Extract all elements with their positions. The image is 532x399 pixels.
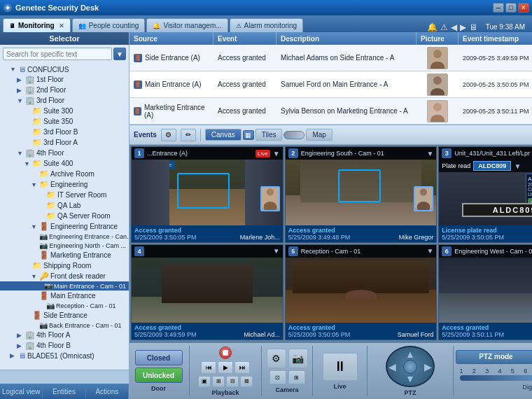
tree-item-qalab[interactable]: 📁 QA Lab [0,200,129,211]
search-input[interactable] [3,48,112,60]
ptz-mode-button[interactable]: PTZ mode [456,350,532,364]
camera-cell-6[interactable]: 6 Engineering West - Cam - 01 ▼ [438,244,532,341]
grid-1x1-button[interactable]: ▣ [198,376,211,387]
tiles-tab[interactable]: Tiles [255,129,283,141]
tree-item-receptioncam[interactable]: 📷 Reception - Cam - 01 [0,301,129,310]
live-indicator[interactable] [219,346,232,359]
screen-icon[interactable]: 🖥 [469,22,477,32]
grid-4x4-button[interactable]: ⊠ [240,376,253,387]
tree-item-engineering[interactable]: ▼ 📁 Engineering [0,179,129,190]
tab-close-icon[interactable]: ✕ [59,22,64,29]
prev-button[interactable]: ⏮ [201,361,216,374]
ptz-up-arrow[interactable]: ▲ [405,349,415,360]
minimize-button[interactable]: ─ [493,3,504,13]
camera-settings-button[interactable]: ⚙ [267,349,286,368]
cam-btn-1[interactable]: ⊡ [270,370,286,384]
camera-cell-2[interactable]: 2 Engineering South - Cam - 01 ▼ [285,146,438,243]
plate-number: ALDC809 [473,161,511,171]
cam-ctrl-icon[interactable]: ▼ [426,150,433,158]
play-button[interactable]: ▶ [218,361,233,374]
grid-2x2-button[interactable]: ⊞ [212,376,225,387]
door-unlocked-button[interactable]: Unlocked [135,368,183,383]
app-icon [3,3,13,13]
tree-item-suite300[interactable]: 📁 Suite 300 [0,106,129,116]
camera-snapshot-button[interactable]: 📷 [288,349,308,368]
sidebar-tab-entities[interactable]: Entities [43,384,85,399]
tree-item-4thfloor[interactable]: ▼ 🏢 4th Floor [0,148,129,158]
tree-item-backcam[interactable]: 📷 Back Entrance - Cam - 01 [0,321,129,330]
next-button[interactable]: ⏭ [234,361,250,374]
cam-ctrl-icon[interactable]: ▼ [273,247,280,255]
tree-item-3rdfloor[interactable]: ▼ 🏢 3rd Floor [0,95,129,106]
tree-item-4thfloora[interactable]: ▶ 🏢 4th Floor A [0,330,129,340]
tab-monitoring[interactable]: 🖥 Monitoring ✕ [3,18,71,32]
camera-cell-3[interactable]: 3 Unit_431/Unit_431 Left/Lpr Camera ▼ Pl… [438,146,532,243]
ptz-right-arrow[interactable]: ▶ [424,361,432,372]
tree-item-engcam2[interactable]: 📷 Engineering North - Cam ... [0,241,129,250]
tree-item-marketing[interactable]: 🚪 Marketing Entrance [0,250,129,260]
tree-item-mainentrance[interactable]: 🚪 Main Entrance [0,290,129,301]
zoom-slider[interactable] [460,375,533,381]
tree-item-3rdfloorb[interactable]: 📁 3rd Floor B [0,127,129,137]
camera-body-4 [132,258,283,323]
tree-item-engcam1[interactable]: 📷 Engineering Entrance - Can... [0,232,129,241]
tree-item-engentrance[interactable]: ▼ 🚪 Engineering Entrance [0,221,129,232]
tree-item-shipping[interactable]: 📁 Shipping Room [0,260,129,271]
tree-item-archive[interactable]: 📁 Archive Room [0,169,129,179]
map-tab[interactable]: Map [306,129,332,141]
live-view-button[interactable]: ⏸ [323,353,358,381]
sidebar-resize-handle[interactable] [0,370,129,384]
tree-item-confucius[interactable]: ▼ 🖥 CONFUCIUS [0,64,129,74]
tree-item-suite400[interactable]: ▼ 📁 Suite 400 [0,158,129,169]
maximize-button[interactable]: □ [505,3,517,13]
tab-people[interactable]: 👥 People counting [72,18,146,32]
canvas-toggle[interactable]: ▦ [243,130,254,140]
camera-cell-4[interactable]: 4 ▼ Access granted 5/25/2009 3:49:59 PM … [131,244,284,341]
tree-view[interactable]: ▼ 🖥 CONFUCIUS ▶ 🏢 1st Floor ▶ 🏢 2nd Floo… [0,63,129,370]
grid-3x3-button[interactable]: ⊟ [226,376,239,387]
tree-item-sideentrance[interactable]: 🚪 Side Entrance [0,310,129,321]
cam-ctrl-icon[interactable]: ▼ [426,247,433,255]
tree-item-3rdfloora[interactable]: 📁 3rd Floor A [0,137,129,148]
tab-alarm[interactable]: ⚠ Alarm monitoring [230,18,304,32]
tree-item-itserver[interactable]: 📁 IT Server Room [0,190,129,200]
sidebar-tab-logical[interactable]: Logical view [0,384,43,399]
ptz-joystick[interactable]: ▲ ▼ ◀ ▶ [386,346,435,387]
back-icon[interactable]: ◀ [451,22,457,32]
sidebar-tab-actions[interactable]: Actions [86,384,129,399]
tree-item-maincam[interactable]: 📷 Main Entrance - Cam - 01 [0,281,129,290]
room-icon: 📁 [32,117,42,126]
ptz-left-arrow[interactable]: ◀ [388,361,396,372]
event-row-1[interactable]: 🚪 Side Entrance (A) Access granted Micha… [130,45,532,71]
tree-item-blade51[interactable]: ▶ 🖥 BLADE51 (Omnicast) [0,351,129,360]
tab-visitor[interactable]: 🔔 Visitor managem... [146,18,227,32]
cam-ctrl-icon[interactable]: ▼ [273,150,280,158]
event-row-2[interactable]: 🚪 Main Entrance (A) Access granted Samue… [130,71,532,98]
canvas-tab[interactable]: Canvas [205,129,241,141]
search-filter-button[interactable]: ▼ [113,48,126,60]
camera-cell-5[interactable]: 5 Reception - Cam - 01 ▼ Access granted … [285,244,438,341]
person-detection-box-1 [177,173,230,209]
cam-time-6: 5/25/2009 3:50:11 PM [442,331,504,338]
cam-ctrl-dropdown[interactable]: ▼ [514,162,521,170]
tree-item-frontdesk[interactable]: ▼ 🔑 Front desk reader [0,271,129,281]
filter-button[interactable]: ⚙ [161,129,176,141]
tree-item-4thfloorb[interactable]: ▶ 🏢 4th Floor B [0,340,129,351]
notification-icon[interactable]: 🔔 [427,22,438,32]
svg-point-5 [433,76,442,85]
tree-item-suite350[interactable]: 📁 Suite 350 [0,116,129,127]
tree-item-1stfloor[interactable]: ▶ 🏢 1st Floor [0,74,129,85]
tree-item-qaserver[interactable]: 📁 QA Server Room [0,211,129,221]
cam-btn-2[interactable]: ⊞ [288,370,305,384]
toggle-switch[interactable] [284,131,304,139]
alert-icon[interactable]: ⚠ [440,22,448,32]
tree-item-2ndfloor[interactable]: ▶ 🏢 2nd Floor [0,85,129,95]
edit-button[interactable]: ✏ [181,129,196,141]
ptz-down-arrow[interactable]: ▼ [405,373,415,384]
close-button[interactable]: ✕ [518,3,529,13]
door-closed-button[interactable]: Closed [135,350,183,365]
event-row-3[interactable]: 🚪 Marketing Entrance (A) Access granted … [130,98,532,125]
camera-cell-1[interactable]: 1 ...Entrance (A) Live ▼ Main Entrance [131,146,284,243]
forward-icon[interactable]: ▶ [460,22,466,32]
event-type-2: Access granted [214,71,276,97]
